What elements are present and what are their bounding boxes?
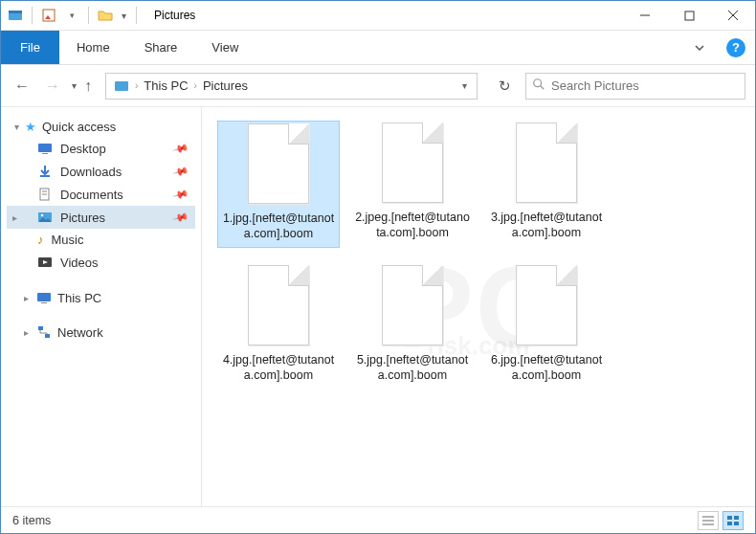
separator bbox=[136, 7, 137, 24]
sidebar-item-label: Pictures bbox=[60, 211, 105, 225]
svg-rect-19 bbox=[37, 293, 51, 301]
titlebar: ▾ ▾ Pictures bbox=[1, 1, 755, 31]
svg-point-8 bbox=[534, 78, 542, 86]
window-controls bbox=[623, 1, 755, 30]
icons-view-button[interactable] bbox=[723, 511, 744, 530]
svg-rect-27 bbox=[734, 516, 739, 520]
navbar: ← → ▾ ↑ › This PC › Pictures ▾ ↻ bbox=[1, 65, 755, 107]
sidebar-label: Quick access bbox=[42, 120, 116, 134]
sidebar-item-music[interactable]: ♪ Music bbox=[7, 229, 195, 251]
sidebar-item-pictures[interactable]: ▸ Pictures 📌 bbox=[7, 206, 195, 229]
file-icon bbox=[510, 121, 583, 205]
file-item[interactable]: 2.jpeg.[neftet@tutanota.com].boom bbox=[351, 121, 474, 248]
address-dropdown-icon[interactable]: ▾ bbox=[456, 80, 473, 91]
app-icon bbox=[5, 5, 26, 26]
tab-view[interactable]: View bbox=[194, 31, 256, 64]
pictures-icon bbox=[37, 210, 53, 225]
sidebar-item-videos[interactable]: Videos bbox=[7, 251, 195, 274]
file-icon bbox=[242, 122, 315, 206]
sidebar-item-documents[interactable]: Documents 📌 bbox=[7, 183, 195, 206]
address-bar[interactable]: › This PC › Pictures ▾ bbox=[105, 73, 478, 100]
svg-rect-20 bbox=[41, 302, 47, 303]
sidebar-item-downloads[interactable]: Downloads 📌 bbox=[7, 160, 195, 183]
qat-dropdown-icon[interactable]: ▾ bbox=[61, 5, 82, 26]
svg-rect-7 bbox=[115, 81, 128, 91]
properties-qat-icon[interactable] bbox=[38, 5, 59, 26]
file-icon bbox=[510, 263, 583, 347]
star-icon: ★ bbox=[25, 120, 36, 134]
sidebar-this-pc[interactable]: ▸ This PC bbox=[7, 287, 195, 308]
breadcrumb-root-icon[interactable] bbox=[110, 78, 133, 94]
sidebar-item-label: Videos bbox=[60, 256, 99, 270]
content-area: ▾ ★ Quick access Desktop 📌 Downloads 📌 D… bbox=[1, 107, 755, 506]
file-icon bbox=[376, 121, 449, 205]
chevron-right-icon[interactable]: ▸ bbox=[12, 212, 17, 223]
file-item[interactable]: 1.jpg.[neftet@tutanota.com].boom bbox=[217, 121, 340, 248]
ribbon-expand-icon[interactable] bbox=[682, 31, 717, 64]
folder-qat-icon[interactable] bbox=[95, 5, 116, 26]
monitor-icon bbox=[36, 290, 52, 305]
sidebar-quick-access[interactable]: ▾ ★ Quick access bbox=[7, 117, 195, 137]
refresh-button[interactable]: ↻ bbox=[491, 73, 518, 100]
help-button[interactable]: ? bbox=[717, 31, 755, 64]
sidebar-item-label: Music bbox=[52, 233, 84, 247]
chevron-right-icon[interactable]: › bbox=[192, 80, 199, 91]
qat-overflow-icon[interactable]: ▾ bbox=[118, 11, 130, 21]
sidebar-item-label: Desktop bbox=[60, 142, 106, 156]
desktop-icon bbox=[37, 141, 53, 156]
sidebar-item-desktop[interactable]: Desktop 📌 bbox=[7, 137, 195, 160]
tab-share[interactable]: Share bbox=[127, 31, 195, 64]
search-input[interactable] bbox=[551, 78, 739, 93]
breadcrumb[interactable]: Pictures bbox=[199, 78, 252, 93]
sidebar-label: Network bbox=[57, 325, 103, 340]
downloads-icon bbox=[37, 164, 53, 179]
file-item[interactable]: 3.jpg.[neftet@tutanota.com].boom bbox=[485, 121, 608, 248]
pin-icon: 📌 bbox=[172, 140, 190, 157]
file-item[interactable]: 6.jpg.[neftet@tutanota.com].boom bbox=[485, 263, 608, 389]
chevron-right-icon[interactable]: ▸ bbox=[24, 327, 29, 338]
breadcrumb[interactable]: This PC bbox=[140, 78, 191, 93]
file-item[interactable]: 5.jpg.[neftet@tutanota.com].boom bbox=[351, 263, 474, 389]
network-icon bbox=[36, 324, 52, 340]
svg-rect-29 bbox=[734, 522, 739, 525]
file-label: 1.jpg.[neftet@tutanota.com].boom bbox=[218, 210, 339, 247]
svg-rect-1 bbox=[9, 11, 22, 13]
search-icon bbox=[532, 78, 545, 95]
close-button[interactable] bbox=[711, 1, 755, 30]
back-button[interactable]: ← bbox=[11, 75, 33, 98]
file-label: 4.jpg.[neftet@tutanota.com].boom bbox=[217, 351, 340, 389]
file-icon bbox=[376, 263, 449, 347]
pin-icon: 📌 bbox=[172, 163, 190, 180]
svg-rect-2 bbox=[43, 10, 55, 21]
tab-home[interactable]: Home bbox=[59, 31, 127, 64]
sidebar-network[interactable]: ▸ Network bbox=[7, 322, 195, 343]
up-button[interactable]: ↑ bbox=[84, 78, 92, 95]
file-tab[interactable]: File bbox=[1, 31, 59, 64]
separator bbox=[88, 7, 89, 24]
search-box[interactable] bbox=[525, 73, 745, 100]
ribbon: File Home Share View ? bbox=[1, 31, 755, 65]
maximize-button[interactable] bbox=[667, 1, 711, 30]
documents-icon bbox=[37, 187, 53, 202]
file-view[interactable]: PC risk.com 1.jpg.[neftet@tutanota.com].… bbox=[202, 107, 755, 506]
sidebar-label: This PC bbox=[57, 291, 101, 305]
history-dropdown-icon[interactable]: ▾ bbox=[72, 80, 77, 91]
view-mode-switch bbox=[698, 511, 744, 530]
details-view-button[interactable] bbox=[698, 511, 719, 530]
chevron-down-icon[interactable]: ▾ bbox=[14, 122, 19, 132]
pin-icon: 📌 bbox=[172, 209, 190, 226]
chevron-right-icon[interactable]: ▸ bbox=[24, 293, 29, 303]
file-item[interactable]: 4.jpg.[neftet@tutanota.com].boom bbox=[217, 263, 340, 389]
svg-rect-4 bbox=[685, 11, 694, 20]
pin-icon: 📌 bbox=[172, 186, 190, 203]
svg-rect-10 bbox=[38, 144, 52, 152]
separator bbox=[32, 7, 33, 24]
svg-point-17 bbox=[41, 214, 44, 217]
minimize-button[interactable] bbox=[623, 1, 667, 30]
forward-button[interactable]: → bbox=[41, 75, 64, 98]
window-title: Pictures bbox=[154, 9, 195, 22]
svg-rect-22 bbox=[45, 334, 50, 338]
chevron-right-icon[interactable]: › bbox=[133, 80, 140, 91]
music-icon: ♪ bbox=[37, 233, 44, 247]
statusbar: 6 items bbox=[1, 506, 755, 533]
